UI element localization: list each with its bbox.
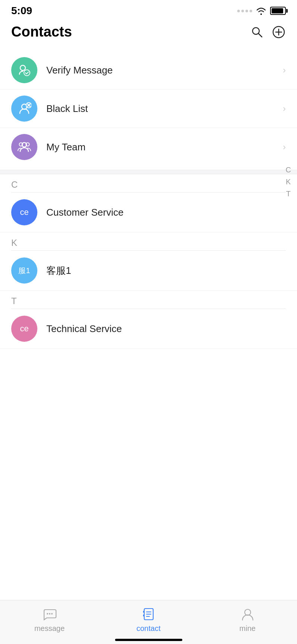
black-list-label: Black List	[46, 103, 283, 115]
svg-rect-19	[143, 615, 145, 616]
technical-service-avatar: ce	[11, 316, 37, 342]
verify-message-label: Verify Message	[46, 65, 283, 76]
header: Contacts	[0, 20, 297, 47]
contact-tab-label: contact	[136, 624, 160, 633]
status-bar: 5:09	[0, 0, 297, 20]
status-time: 5:09	[11, 5, 32, 17]
menu-section: Verify Message › Black List ›	[0, 47, 297, 170]
black-list-chevron: ›	[283, 103, 286, 114]
svg-point-16	[51, 613, 53, 615]
svg-point-23	[245, 609, 251, 615]
mine-tab-label: mine	[239, 624, 256, 633]
customer-service-name: Customer Service	[46, 207, 286, 218]
battery-icon	[270, 7, 286, 15]
tab-message[interactable]: message	[0, 606, 98, 633]
tab-mine[interactable]: mine	[198, 606, 296, 633]
status-icons	[237, 7, 286, 15]
tab-bar: message contact mine	[0, 600, 297, 644]
svg-rect-18	[143, 611, 145, 613]
add-contact-button[interactable]	[272, 25, 286, 39]
tab-contact[interactable]: contact	[99, 606, 197, 633]
my-team-avatar	[11, 134, 37, 160]
mine-tab-icon	[240, 606, 256, 622]
home-indicator	[115, 639, 182, 641]
message-tab-icon	[42, 606, 58, 622]
section-t-header: T	[0, 291, 297, 309]
customer-service-avatar: ce	[11, 199, 37, 225]
section-t: T ce Technical Service	[0, 291, 297, 349]
section-c-header: C	[0, 174, 297, 192]
ke-fu-1-avatar: 服1	[11, 257, 37, 284]
verify-message-avatar	[11, 57, 37, 83]
section-divider	[0, 170, 297, 174]
ke-fu-1-name: 客服1	[46, 264, 286, 277]
search-button[interactable]	[250, 25, 264, 39]
signal-dots-icon	[237, 10, 252, 12]
svg-point-15	[49, 613, 50, 615]
black-list-item[interactable]: Black List ›	[0, 90, 297, 128]
alpha-index-k[interactable]: K	[286, 176, 291, 187]
my-team-chevron: ›	[283, 142, 286, 152]
page-title: Contacts	[11, 24, 72, 40]
alpha-index-t[interactable]: T	[286, 188, 291, 199]
svg-point-6	[24, 70, 30, 76]
verify-message-item[interactable]: Verify Message ›	[0, 51, 297, 90]
technical-service-name: Technical Service	[46, 323, 286, 335]
my-team-item[interactable]: My Team ›	[0, 128, 297, 166]
contacts-list: C K T C ce Customer Service K 服1 客服1 T c…	[0, 174, 297, 349]
section-c: C ce Customer Service	[0, 174, 297, 232]
customer-service-item[interactable]: ce Customer Service	[0, 193, 297, 232]
svg-point-14	[47, 613, 48, 615]
technical-service-item[interactable]: ce Technical Service	[0, 309, 297, 349]
wifi-icon	[256, 7, 266, 15]
message-tab-label: message	[34, 624, 65, 633]
svg-point-5	[20, 65, 25, 71]
verify-message-chevron: ›	[283, 65, 286, 75]
ke-fu-1-item[interactable]: 服1 客服1	[0, 251, 297, 291]
my-team-label: My Team	[46, 141, 283, 153]
black-list-avatar	[11, 96, 37, 122]
header-actions	[250, 25, 286, 39]
svg-line-1	[259, 34, 262, 37]
section-k: K 服1 客服1	[0, 232, 297, 291]
contact-tab-icon	[141, 606, 157, 622]
alpha-index-c[interactable]: C	[286, 165, 291, 175]
alpha-index: C K T	[286, 165, 291, 199]
section-k-header: K	[0, 232, 297, 250]
